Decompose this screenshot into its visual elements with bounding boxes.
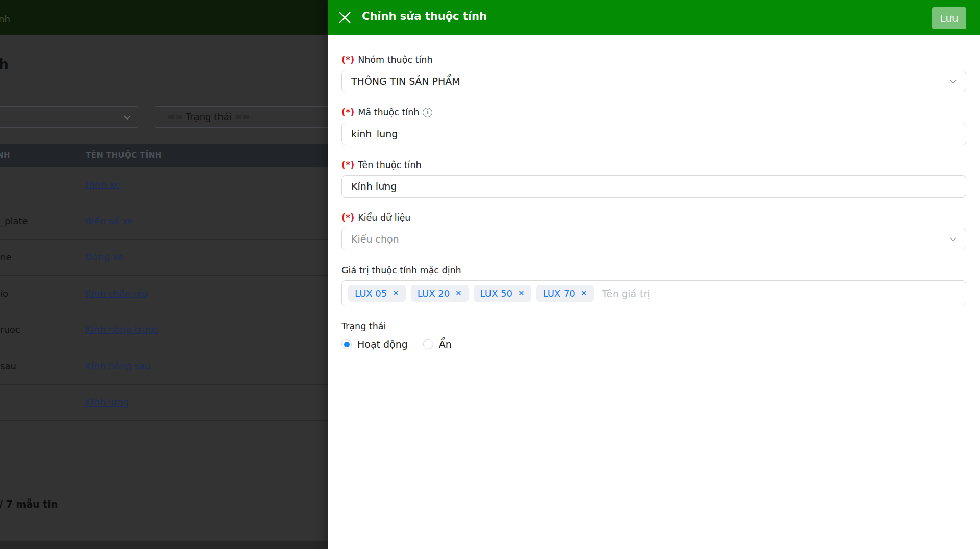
- bottom-strip: [0, 541, 328, 549]
- radio-unselected-icon: [423, 339, 433, 349]
- table-row: io Kính chắn gió: [0, 276, 328, 312]
- attribute-group-select[interactable]: THÔNG TIN SẢN PHẨM: [341, 70, 966, 92]
- field-label: Giá trị thuộc tính mặc định: [341, 265, 966, 276]
- status-radio-group: Hoạt động Ẩn: [341, 337, 966, 351]
- radio-label: Hoạt động: [357, 339, 408, 350]
- remove-tag-icon[interactable]: ✕: [455, 290, 462, 297]
- required-marker: (*): [341, 107, 354, 117]
- page-title-fragment: h: [0, 56, 9, 73]
- table-header: NH TÊN THUỘC TÍNH: [0, 144, 328, 167]
- field-label-text: Kiểu dữ liệu: [358, 212, 410, 223]
- topbar-text-fragment: nh: [0, 14, 10, 25]
- attribute-link[interactable]: Hình xe: [85, 179, 120, 190]
- data-type-select[interactable]: Kiểu chọn: [341, 228, 966, 250]
- field-label: (*) Mã thuộc tính i: [341, 107, 966, 118]
- field-label: Trạng thái: [341, 321, 966, 332]
- field-status: Trạng thái Hoạt động Ẩn: [341, 321, 966, 351]
- tag-label: LUX 05: [355, 288, 387, 299]
- drawer-body: (*) Nhóm thuộc tính THÔNG TIN SẢN PHẨM (…: [328, 35, 980, 366]
- attribute-code-input[interactable]: [351, 128, 957, 139]
- field-data-type: (*) Kiểu dữ liệu Kiểu chọn: [341, 212, 966, 250]
- tag-label: LUX 70: [543, 288, 575, 299]
- chevron-down-icon: [949, 235, 958, 245]
- attribute-code: io: [0, 288, 8, 299]
- default-values-input-wrap[interactable]: LUX 05 ✕ LUX 20 ✕ LUX 50 ✕ LUX 70 ✕: [341, 280, 966, 306]
- remove-tag-icon[interactable]: ✕: [518, 290, 525, 297]
- table-row: sau Kính hông sau: [0, 348, 328, 385]
- info-circle-icon[interactable]: i: [423, 108, 432, 117]
- save-button[interactable]: Lưu: [932, 7, 966, 29]
- radio-option-hidden[interactable]: Ẩn: [423, 339, 452, 350]
- field-label-text: Mã thuộc tính: [358, 107, 419, 117]
- attribute-link[interactable]: Kính hông sau: [85, 361, 151, 371]
- attribute-link[interactable]: Kính lưng: [85, 397, 129, 408]
- field-label-text: Trạng thái: [341, 321, 386, 331]
- attribute-table: Hình xe _plate Biển số xe ne Dòng xe io …: [0, 167, 328, 421]
- value-tag: LUX 50 ✕: [474, 285, 531, 302]
- value-tag: LUX 70 ✕: [536, 285, 594, 302]
- attribute-code: ne: [0, 252, 11, 262]
- field-label: (*) Tên thuộc tính: [341, 159, 966, 171]
- table-row: _plate Biển số xe: [0, 203, 328, 240]
- attribute-link[interactable]: Dòng xe: [85, 252, 124, 262]
- table-row: ne Dòng xe: [0, 240, 328, 276]
- record-count: / 7 mẫu tin: [0, 498, 58, 510]
- tag-label: LUX 50: [480, 288, 512, 299]
- field-label-text: Tên thuộc tính: [358, 160, 422, 170]
- value-tag: LUX 20 ✕: [411, 285, 469, 302]
- required-marker: (*): [341, 160, 354, 170]
- field-attribute-name: (*) Tên thuộc tính: [341, 159, 966, 198]
- field-default-values: Giá trị thuộc tính mặc định LUX 05 ✕ LUX…: [341, 265, 966, 306]
- attribute-link[interactable]: Biển số xe: [85, 216, 133, 226]
- table-row: Hình xe: [0, 167, 328, 203]
- status-filter-dropdown[interactable]: == Trạng thái ==: [154, 106, 328, 128]
- column-header-name: TÊN THUỘC TÍNH: [86, 151, 162, 160]
- radio-selected-icon: [341, 339, 352, 349]
- attribute-link[interactable]: Kính chắn gió: [85, 288, 148, 299]
- close-icon[interactable]: [337, 10, 352, 25]
- table-row: ruoc Kính hông trước: [0, 312, 328, 348]
- remove-tag-icon[interactable]: ✕: [393, 290, 399, 297]
- screen: nh h == Trạng thái == NH TÊN THUỘC TÍNH …: [0, 0, 980, 549]
- new-value-input[interactable]: [602, 288, 960, 299]
- app-topbar: nh: [0, 0, 328, 35]
- chevron-down-icon: [122, 113, 132, 124]
- attribute-name-input[interactable]: [351, 181, 957, 192]
- field-label-text: Giá trị thuộc tính mặc định: [341, 265, 461, 275]
- radio-option-active[interactable]: Hoạt động: [341, 339, 408, 350]
- radio-label: Ẩn: [439, 339, 452, 350]
- chevron-down-icon: [949, 78, 958, 87]
- attribute-code: _plate: [0, 216, 28, 226]
- drawer-title: Chỉnh sửa thuộc tính: [362, 10, 487, 22]
- field-label-text: Nhóm thuộc tính: [358, 55, 432, 65]
- field-attribute-group: (*) Nhóm thuộc tính THÔNG TIN SẢN PHẨM: [341, 54, 966, 92]
- selected-value: THÔNG TIN SẢN PHẨM: [351, 76, 460, 87]
- tag-label: LUX 20: [418, 288, 450, 299]
- attribute-name-input-wrap: [341, 175, 966, 198]
- drawer-header: Chỉnh sửa thuộc tính Lưu: [328, 0, 980, 35]
- attribute-code: sau: [0, 361, 16, 371]
- attribute-code: ruoc: [0, 324, 20, 335]
- status-filter-value: == Trạng thái ==: [167, 107, 250, 127]
- attribute-code-input-wrap: [341, 123, 966, 145]
- attribute-link[interactable]: Kính hông trước: [85, 324, 158, 335]
- value-tag: LUX 05 ✕: [348, 285, 406, 302]
- required-marker: (*): [341, 55, 354, 65]
- edit-attribute-drawer: Chỉnh sửa thuộc tính Lưu (*) Nhóm thuộc …: [328, 0, 980, 549]
- table-row: Kính lưng: [0, 385, 328, 421]
- field-label: (*) Nhóm thuộc tính: [341, 54, 966, 65]
- column-header-code: NH: [0, 151, 10, 160]
- remove-tag-icon[interactable]: ✕: [581, 290, 587, 297]
- field-attribute-code: (*) Mã thuộc tính i: [341, 107, 966, 145]
- field-label: (*) Kiểu dữ liệu: [341, 212, 966, 223]
- required-marker: (*): [341, 212, 354, 223]
- filter-dropdown[interactable]: [0, 106, 139, 128]
- select-placeholder: Kiểu chọn: [351, 233, 399, 245]
- page-backdrop-overlay[interactable]: nh h == Trạng thái == NH TÊN THUỘC TÍNH …: [0, 0, 328, 549]
